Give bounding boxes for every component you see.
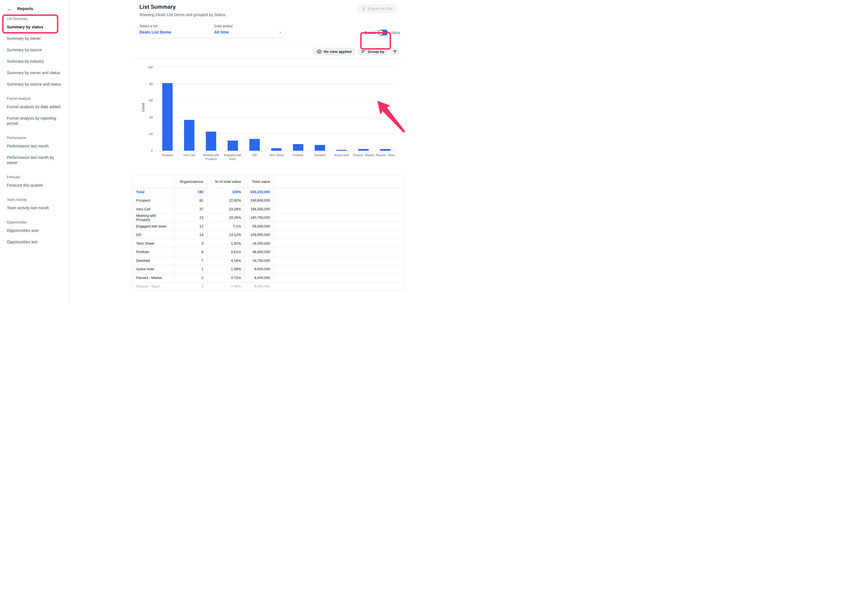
sidebar-item-funnel-analysis-by-reporting-period[interactable]: Funnel analysis by reporting period [7,113,65,129]
toggle-knob [378,30,383,35]
bar-engaged-with-team[interactable] [228,141,238,151]
bar-prospect[interactable] [162,83,173,151]
cell-organizations: 3 [175,239,207,248]
sidebar-item-summary-by-owner-and-status[interactable]: Summary by owner and status [7,67,65,78]
sidebar-item-forecast-this-quarter[interactable]: Forecast this quarter [7,180,65,191]
cell-total-value: 9,000,000 [245,265,274,273]
sidebar-item-summary-by-source[interactable]: Summary by source [7,44,65,56]
x-axis-label: Engaged with team [221,154,245,161]
cell-name: Intro Call [133,205,175,213]
bar-passed-market[interactable] [358,149,369,151]
table-row-dd[interactable]: DD1413.12%109,550,000 [133,231,404,239]
table-row-engaged-with-team[interactable]: Engaged with team127.1%59,300,000 [133,222,404,231]
gridline-0 [156,151,396,151]
y-tick-label: 40 [142,116,153,119]
table-row-portfolio[interactable]: Portfolio85.61%46,850,000 [133,248,404,257]
cell-filler [274,265,404,273]
cell-organizations: 23 [175,214,207,222]
bar-meeting-with-prospect[interactable] [206,132,216,151]
cell-filler [274,248,404,256]
column-header: % of total value [207,176,245,188]
sidebar-item-funnel-analysis-by-date-added[interactable]: Funnel analysis by date added [7,101,65,113]
y-tick-label: 100 [142,66,153,69]
sidebar-item-performance-last-month[interactable]: Performance last month [7,140,65,152]
sidebar-item-team-activity-last-month[interactable]: Team activity last month [7,202,65,214]
table-row-term-sheet[interactable]: Term Sheet31.92%16,000,000 [133,239,404,248]
filter-selects: Select a list Deals List Demo Date added… [140,24,284,38]
export-to-csv-button[interactable]: Export to CSV [357,4,397,13]
cell-name: Total [133,188,175,196]
group-by-button[interactable]: Group by [358,48,388,56]
reports-sidebar: ← Reports List SummarySummary by statusS… [0,0,70,303]
x-axis-label: Prospect [156,154,179,157]
sidebar-item-summary-by-status[interactable]: Summary by status [7,21,65,33]
main-content: List Summary Showing Deals List Demo and… [132,0,405,303]
x-axis-label: Term Sheet [265,154,288,157]
x-axis-label: Declined [308,154,332,157]
table-row-active-hold[interactable]: Active Hold11.08%9,000,000 [133,265,404,274]
list-select-label: Select a list [140,24,209,28]
sidebar-item-opportunities-lost[interactable]: Opportunities lost [7,236,65,248]
sidebar-section-label: Opportunities [7,220,65,224]
sidebar-title: Reports [17,6,33,11]
bar-intro-call[interactable] [184,120,194,151]
back-arrow-icon[interactable]: ← [7,6,12,11]
bar-dd[interactable] [250,139,260,151]
table-header-row: Organizations% of total valueTotal value [133,176,404,188]
bar-chart: Count 100806040200ProspectIntro CallMeet… [132,64,405,168]
value-toggle-label[interactable]: Value [391,31,400,35]
date-added-value[interactable]: All time [214,30,284,34]
cell-filler [274,231,404,239]
sidebar-item-performance-last-month-by-owner[interactable]: Performance last month by owner [7,152,65,168]
gridline-60 [156,101,396,101]
sidebar-item-opportunities-won[interactable]: Opportunities won [7,225,65,236]
date-added-select[interactable]: Date added All time ▼ [209,24,284,34]
cell-filler [274,273,404,282]
sidebar-item-summary-by-industry[interactable]: Summary by industry [7,56,65,67]
cell-total-value: 34,750,000 [245,256,274,265]
app-window: ← Reports List SummarySummary by statusS… [0,0,434,303]
cell-name: Term Sheet [133,239,175,248]
gridline-40 [156,117,396,118]
sidebar-item-summary-by-source-and-status[interactable]: Summary by source and status [7,78,65,90]
cell-filler [274,256,404,265]
cell-organizations: 190 [175,188,207,196]
x-axis-label: Passed - Market [352,154,375,157]
table-row-total[interactable]: Total190100%835,250,000 [133,188,404,196]
cell-name: Passed - Team [133,282,175,290]
sidebar-header: ← Reports [7,6,65,11]
sidebar-item-summary-by-owner[interactable]: Summary by owner [7,33,65,44]
bar-passed-team[interactable] [380,149,391,151]
table-row-prospect[interactable]: Prospect8122.82%190,600,000 [133,196,404,205]
list-select[interactable]: Select a list Deals List Demo [140,24,209,34]
count-value-toggle[interactable] [378,30,388,36]
x-axis-label: Meeting with Prospect [199,154,223,161]
cell-pct-of-total-value: 5.61% [207,248,245,256]
summary-table: Organizations% of total valueTotal value… [132,175,405,290]
cell-filler [274,196,404,205]
table-row-meeting-with-prospect[interactable]: Meeting with Prospect2319.25%160,750,000 [133,214,404,222]
table-row-declined[interactable]: Declined74.16%34,750,000 [133,256,404,265]
gridline-100 [156,67,396,68]
bar-declined[interactable] [315,145,325,151]
column-header: Organizations [175,176,207,188]
chart-toolbar: No view applied Group by [132,45,405,58]
cell-total-value: 59,300,000 [245,222,274,230]
sidebar-section-label: List Summary [7,17,65,21]
table-row-intro-call[interactable]: Intro Call3723.28%194,450,000 [133,205,404,214]
y-axis-title: Count [141,103,145,112]
table-row-passed-team[interactable]: Passed - Team20.96%8,000,000 [133,282,404,290]
list-select-value[interactable]: Deals List Demo [140,30,209,34]
no-view-applied-button[interactable]: No view applied [313,48,355,56]
chevron-down-icon[interactable]: ▼ [279,31,282,34]
bar-term-sheet[interactable] [271,148,282,151]
filter-button[interactable] [391,48,399,56]
cell-total-value: 194,450,000 [245,205,274,213]
bar-portfolio[interactable] [293,144,303,151]
bar-active-hold[interactable] [336,150,347,151]
y-tick-label: 0 [142,149,153,152]
count-toggle-label[interactable]: Count [364,31,375,35]
table-row-passed-market[interactable]: Passed - Market20.72%6,000,000 [133,273,404,282]
x-axis-label: Active Hold [330,154,353,157]
x-axis-label: Intro Call [178,154,201,157]
